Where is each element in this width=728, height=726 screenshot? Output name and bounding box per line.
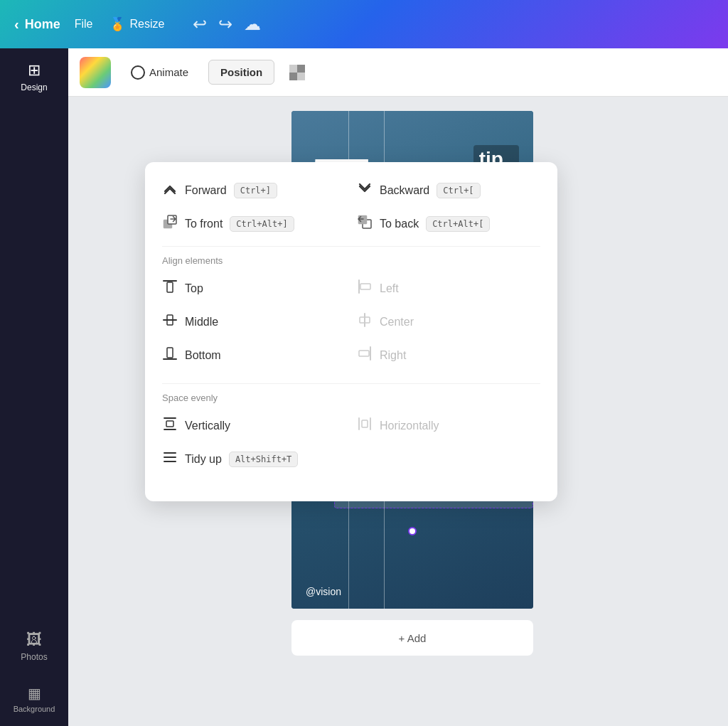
- svg-rect-25: [362, 420, 368, 427]
- to-back-button[interactable]: To back Ctrl+Alt+[: [357, 210, 540, 237]
- align-left-icon: [357, 279, 373, 298]
- align-bottom-icon: [162, 346, 178, 365]
- backward-icon: [357, 181, 373, 200]
- space-row: Vertically Horizontally: [162, 412, 540, 439]
- svg-rect-3: [289, 73, 297, 80]
- divider-2: [162, 383, 540, 384]
- photos-label: Photos: [21, 652, 47, 662]
- top-label: Top: [185, 282, 203, 295]
- topbar: ‹ Home File 🏅 Resize ↩ ↪ ☁: [0, 0, 728, 48]
- vertically-label: Vertically: [185, 420, 230, 432]
- align-section: Align elements Top: [162, 255, 540, 369]
- align-section-title: Align elements: [162, 255, 540, 266]
- space-section-title: Space evenly: [162, 393, 540, 403]
- background-label: Background: [14, 705, 55, 713]
- to-front-shortcut: Ctrl+Alt+]: [230, 216, 294, 232]
- add-page-bar[interactable]: + Add: [291, 620, 533, 656]
- tidy-up-button[interactable]: Tidy up Alt+Shift+T: [162, 445, 540, 473]
- topbar-actions: ↩ ↪ ☁: [193, 14, 261, 34]
- to-back-shortcut: Ctrl+Alt+[: [426, 216, 490, 232]
- main-layout: ⊞ Design 🖼 Photos ▦ Background Animate P…: [0, 48, 728, 726]
- sidebar-item-photos[interactable]: 🖼 Photos: [6, 624, 63, 669]
- animate-button[interactable]: Animate: [119, 60, 200, 85]
- resize-button[interactable]: 🏅 Resize: [109, 16, 164, 32]
- backward-shortcut: Ctrl+[: [437, 183, 480, 198]
- svg-rect-2: [297, 65, 305, 73]
- svg-rect-0: [289, 65, 297, 73]
- align-row-1: Top Left: [162, 274, 540, 302]
- horizontally-label: Horizontally: [380, 420, 439, 432]
- layer-order-row: Forward Ctrl+] Backward Ctrl+[: [162, 176, 540, 204]
- align-row-3: Bottom Right: [162, 341, 540, 369]
- svg-rect-1: [297, 73, 305, 80]
- svg-rect-9: [167, 282, 173, 292]
- tidy-label: Tidy up: [185, 453, 222, 466]
- back-arrow-icon: ‹: [14, 16, 19, 33]
- align-left-button: Left: [357, 274, 540, 302]
- space-horizontally-button: Horizontally: [357, 412, 540, 439]
- sidebar-item-design[interactable]: ⊞ Design: [6, 54, 63, 100]
- transparency-icon: [289, 65, 305, 80]
- workspace: Animate Position: [68, 48, 728, 726]
- left-label: Left: [380, 282, 399, 295]
- transparency-button[interactable]: [283, 58, 311, 87]
- align-right-button: Right: [357, 341, 540, 369]
- align-middle-button[interactable]: Middle: [162, 308, 346, 336]
- to-back-label: To back: [380, 218, 419, 230]
- backward-label: Backward: [380, 184, 429, 197]
- middle-label: Middle: [185, 316, 218, 329]
- forward-button[interactable]: Forward Ctrl+]: [162, 176, 346, 204]
- file-button[interactable]: File: [75, 18, 93, 31]
- align-row-2: Middle Center: [162, 308, 540, 336]
- space-section: Space evenly Vertically: [162, 393, 540, 473]
- position-button[interactable]: Position: [208, 60, 274, 85]
- design-label: Design: [21, 82, 47, 92]
- undo-button[interactable]: ↩: [193, 14, 207, 34]
- topbar-nav: File 🏅 Resize: [75, 16, 165, 32]
- add-page-label: + Add: [399, 632, 427, 644]
- forward-label: Forward: [185, 184, 227, 197]
- animate-circle-icon: [131, 65, 145, 80]
- tidy-shortcut: Alt+Shift+T: [229, 452, 298, 467]
- svg-rect-11: [360, 284, 370, 289]
- to-front-button[interactable]: To front Ctrl+Alt+]: [162, 210, 346, 237]
- space-vertically-button[interactable]: Vertically: [162, 412, 346, 439]
- align-bottom-button[interactable]: Bottom: [162, 341, 346, 369]
- crown-icon: 🏅: [109, 16, 125, 32]
- align-top-icon: [162, 279, 178, 298]
- save-button[interactable]: ☁: [244, 14, 261, 34]
- design-icon: ⊞: [28, 61, 41, 80]
- tidy-icon: [162, 449, 178, 469]
- center-label: Center: [380, 316, 414, 329]
- secondary-toolbar: Animate Position: [68, 48, 728, 97]
- to-front-icon: [162, 214, 178, 233]
- photos-icon: 🖼: [26, 631, 42, 649]
- to-back-icon: [357, 214, 373, 233]
- space-horizontally-icon: [357, 416, 373, 435]
- align-right-icon: [357, 346, 373, 365]
- left-sidebar: ⊞ Design 🖼 Photos ▦ Background: [0, 48, 68, 726]
- color-button[interactable]: [80, 57, 111, 88]
- svg-rect-19: [359, 351, 369, 356]
- redo-button[interactable]: ↪: [218, 14, 232, 34]
- space-vertically-icon: [162, 416, 178, 435]
- align-center-icon: [357, 312, 373, 331]
- divider-1: [162, 246, 540, 247]
- align-center-button: Center: [357, 308, 540, 336]
- forward-shortcut: Ctrl+]: [234, 183, 277, 198]
- selection-handle-bottom[interactable]: [408, 527, 417, 535]
- align-middle-icon: [162, 312, 178, 331]
- to-front-label: To front: [185, 218, 223, 230]
- position-panel: Forward Ctrl+] Backward Ctrl+[: [145, 162, 557, 501]
- forward-icon: [162, 181, 178, 200]
- right-label: Right: [380, 349, 406, 362]
- tidy-row: Tidy up Alt+Shift+T: [162, 445, 540, 473]
- home-label: Home: [25, 17, 60, 32]
- backward-button[interactable]: Backward Ctrl+[: [357, 176, 540, 204]
- sidebar-item-background[interactable]: ▦ Background: [6, 678, 63, 720]
- home-nav[interactable]: ‹ Home: [14, 16, 60, 33]
- align-top-button[interactable]: Top: [162, 274, 346, 302]
- bottom-label: Bottom: [185, 349, 221, 362]
- background-icon: ▦: [28, 685, 41, 702]
- layer-extreme-row: To front Ctrl+Alt+] To back Ctrl+Alt+[: [162, 210, 540, 237]
